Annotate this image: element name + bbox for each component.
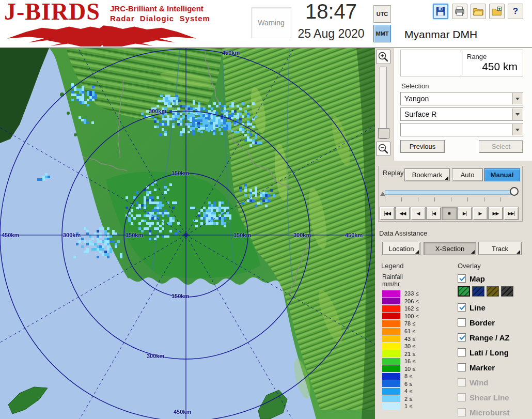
- overlay-row-marker: Marker: [458, 362, 530, 373]
- timeline-ticks: [385, 197, 517, 201]
- map-style-swatch-1[interactable]: [458, 286, 470, 297]
- organization-name: Myanmar DMH: [404, 28, 477, 41]
- product-dropdown[interactable]: Surface R: [400, 107, 523, 121]
- logo-title: J-BIRDS: [4, 0, 100, 25]
- x-section-label: X-Section: [435, 245, 464, 253]
- zoom-out-button[interactable]: [376, 142, 390, 156]
- microburst-label: Microburst: [470, 408, 510, 417]
- legend-row: 78 ≤: [382, 320, 418, 328]
- map-style-swatches: [458, 286, 530, 297]
- lati-long-checkbox[interactable]: [458, 348, 466, 356]
- overlay-row-wind: Wind: [458, 377, 530, 387]
- range-ring-label: 450km: [2, 232, 19, 238]
- import-icon: [491, 6, 503, 17]
- open-button[interactable]: [471, 4, 486, 19]
- timeline-track[interactable]: [385, 190, 517, 195]
- help-button[interactable]: ?: [508, 4, 523, 19]
- overlay-row-microburst: Microburst: [458, 407, 530, 417]
- legend-value: 6 ≤: [404, 381, 412, 387]
- eagle-logo-icon: [2, 24, 201, 46]
- data-assistance-label: Data Assistance: [379, 229, 427, 237]
- range-ring-label: 300km: [149, 108, 166, 114]
- import-button[interactable]: [489, 4, 505, 19]
- legend-color-swatch: [382, 380, 400, 387]
- chevron-down-icon[interactable]: [512, 93, 522, 104]
- range-ring-label: 300km: [147, 353, 164, 359]
- range-display: Range 450 km: [400, 50, 523, 76]
- line-checkbox[interactable]: [458, 303, 466, 312]
- auto-mode-button[interactable]: Auto: [452, 168, 483, 181]
- marker-label: Marker: [470, 363, 495, 372]
- clock-date: 25 Aug 2020: [287, 27, 375, 41]
- range-ring-label: 150km: [233, 232, 251, 238]
- product-dropdown-value: Surface R: [404, 110, 436, 118]
- header-bar: J-BIRDS JRC-Brilliant & Intelligent Rada…: [0, 0, 532, 48]
- marker-checkbox[interactable]: [458, 363, 466, 371]
- legend-row: 61 ≤: [382, 328, 418, 335]
- warning-indicator[interactable]: Warning: [251, 7, 291, 38]
- range-az-checkbox[interactable]: [458, 333, 466, 342]
- site-dropdown[interactable]: Yangon: [400, 92, 523, 105]
- save-button[interactable]: [433, 4, 448, 19]
- step-back-button[interactable]: |◀: [426, 207, 441, 220]
- map-checkbox[interactable]: [458, 274, 466, 283]
- jump-end-button[interactable]: ▶▶|: [504, 207, 519, 220]
- extra-dropdown[interactable]: [400, 123, 523, 136]
- mmt-button[interactable]: MMT: [373, 25, 391, 42]
- track-button[interactable]: Track: [478, 242, 522, 255]
- range-ring-label: 150km: [171, 293, 189, 299]
- legend-color-swatch: [382, 388, 400, 395]
- zoom-out-icon: [378, 143, 389, 154]
- step-forward-button[interactable]: ▶|: [457, 207, 472, 220]
- legend-row: 233 ≤: [382, 290, 418, 298]
- range-ring-label: 150km: [171, 170, 189, 176]
- range-ring-label: 450km: [345, 232, 363, 238]
- legend-row: 16 ≤: [382, 358, 418, 365]
- chevron-down-icon[interactable]: [512, 108, 522, 120]
- menu-corner-icon: [415, 250, 419, 254]
- overlay-row-border: Border: [458, 317, 530, 328]
- zoom-slider-track[interactable]: [380, 67, 387, 139]
- legend-value: 21 ≤: [404, 351, 415, 357]
- legend-value: 78 ≤: [404, 320, 415, 327]
- reverse-play-button[interactable]: ◀: [411, 207, 426, 220]
- range-ring-label: 450km: [222, 50, 240, 56]
- legend-color-swatch: [382, 313, 400, 319]
- legend-row: 43 ≤: [382, 335, 418, 343]
- legend-row: 8 ≤: [382, 373, 418, 380]
- border-checkbox[interactable]: [458, 318, 466, 327]
- print-button[interactable]: [452, 4, 467, 19]
- manual-mode-button[interactable]: Manual: [484, 168, 520, 181]
- warning-label: Warning: [258, 19, 285, 27]
- legend-value: 8 ≤: [404, 373, 412, 379]
- location-button[interactable]: Location: [382, 242, 420, 255]
- legend-value: 206 ≤: [404, 298, 418, 304]
- map-style-swatch-3[interactable]: [487, 286, 499, 297]
- playback-controls: |◀◀◀◀◀|◀■▶|▶▶▶▶▶|: [380, 207, 519, 220]
- stop-button[interactable]: ■: [442, 207, 457, 220]
- play-button[interactable]: ▶: [473, 207, 488, 220]
- clock-time: 18:47: [292, 0, 370, 23]
- map-style-swatch-2[interactable]: [472, 286, 484, 297]
- chevron-down-icon[interactable]: [512, 124, 522, 135]
- fast-forward-button[interactable]: ▶▶: [488, 207, 503, 220]
- map-style-swatch-4[interactable]: [501, 286, 513, 297]
- overlay-row-range-az: Range / AZ: [458, 332, 530, 343]
- control-sidebar: Range 450 km Selection Yangon Surface R …: [375, 48, 532, 419]
- legend-color-swatch: [382, 328, 400, 335]
- fast-rewind-button[interactable]: ◀◀: [395, 207, 410, 220]
- range-label: Range: [467, 53, 487, 60]
- legend-row: 206 ≤: [382, 298, 418, 305]
- timeline-thumb[interactable]: [510, 187, 519, 196]
- radar-map[interactable]: 450km300km150km450km300km150km150km300km…: [0, 48, 375, 419]
- previous-button[interactable]: Previous: [400, 140, 445, 153]
- jump-start-button[interactable]: |◀◀: [380, 207, 395, 220]
- legend-scale: 233 ≤206 ≤162 ≤100 ≤78 ≤61 ≤43 ≤30 ≤21 ≤…: [382, 290, 418, 410]
- x-section-button[interactable]: X-Section: [424, 242, 476, 255]
- zoom-slider-thumb[interactable]: [378, 128, 389, 138]
- legend-color-swatch: [382, 395, 400, 402]
- utc-button[interactable]: UTC: [373, 5, 391, 23]
- zoom-in-button[interactable]: [376, 50, 390, 64]
- bookmark-button[interactable]: Bookmark: [404, 168, 450, 181]
- overlay-label: Overlay: [458, 262, 481, 270]
